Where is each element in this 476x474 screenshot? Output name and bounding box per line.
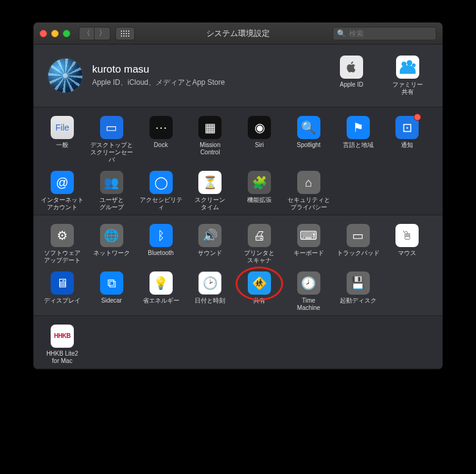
pref-family-sharing[interactable]: ファミリー 共有 [386,56,429,96]
energy-saver-label: 省エネルギー [143,297,179,312]
software-update-label: ソフトウェア アップデート [44,250,81,264]
startup-disk-icon: 💾 [347,271,370,295]
back-button[interactable]: 〈 [79,27,95,40]
search-icon: 🔍 [337,29,346,38]
notification-badge [414,113,421,121]
users-groups-icon: 👥 [100,171,123,194]
spotlight-label: Spotlight [297,142,320,156]
hhkb-lite2-icon: HHKB [51,325,74,348]
svg-point-1 [407,60,413,66]
pref-hhkb-lite2[interactable]: HHKBHHKB Lite2 for Mac [41,325,84,365]
printers-scanners-icon: 🖨 [248,224,271,247]
security-privacy-icon: ⌂ [297,171,320,194]
pref-accessibility[interactable]: ◯アクセシビリティ [140,171,182,211]
pref-mission-control[interactable]: ▦Mission Control [189,116,231,163]
pref-sharing[interactable]: 🚸共有 [238,271,281,312]
mouse-icon: 🖱 [395,224,419,247]
standard-prefs-2: ⚙ソフトウェア アップデート🌐ネットワークᛒBluetooth🔊サウンド🖨プリン… [34,215,442,316]
pref-displays[interactable]: 🖥ディスプレイ [41,271,84,312]
hhkb-lite2-label: HHKB Lite2 for Mac [46,350,78,365]
grid-icon [120,30,130,37]
close-window-button[interactable] [40,30,47,37]
pref-desktop[interactable]: ▭デスクトップと スクリーンセーバ [90,116,133,163]
pref-dock[interactable]: ⋯Dock [140,116,182,163]
sidecar-label: Sidecar [101,297,122,312]
pref-language-region[interactable]: ⚑言語と地域 [337,116,380,163]
mission-control-label: Mission Control [200,142,220,156]
internet-accounts-label: インターネット アカウント [41,196,84,211]
pref-users-groups[interactable]: 👥ユーザと グループ [90,171,133,211]
sidecar-icon: ⧉ [100,271,123,295]
trackpad-label: トラックパッド [337,250,380,264]
system-preferences-window: 〈 〉 システム環境設定 🔍 kuroto masu Apple ID、iClo… [33,22,443,370]
bluetooth-icon: ᛒ [150,224,173,247]
displays-icon: 🖥 [51,271,74,295]
search-input[interactable] [349,29,441,38]
pref-startup-disk[interactable]: 💾起動ディスク [337,271,380,312]
zoom-window-button[interactable] [63,30,70,37]
startup-disk-label: 起動ディスク [340,297,377,312]
pref-apple-id[interactable]: Apple ID [330,56,373,96]
pref-spotlight[interactable]: 🔍Spotlight [287,116,330,163]
users-groups-label: ユーザと グループ [99,196,124,211]
pref-energy-saver[interactable]: 💡省エネルギー [140,271,182,312]
pref-time-machine[interactable]: 🕗Time Machine [287,271,330,312]
pref-general[interactable]: File一般 [41,116,84,163]
security-privacy-label: セキュリティと プライバシー [287,196,330,211]
user-meta: kuroto masu Apple ID、iCloud、メディアとApp Sto… [92,63,330,88]
pref-screen-time[interactable]: ⏳スクリーン タイム [189,171,231,211]
mission-control-icon: ▦ [198,116,222,139]
pref-trackpad[interactable]: ▭トラックパッド [337,224,380,264]
keyboard-icon: ⌨ [297,224,320,247]
pref-notifications[interactable]: ⊡通知 [386,116,428,163]
screen-time-label: スクリーン タイム [195,196,225,211]
language-region-label: 言語と地域 [343,142,373,156]
dock-label: Dock [154,142,168,156]
pref-internet-accounts[interactable]: @インターネット アカウント [41,171,84,211]
pref-siri[interactable]: ◉Siri [238,116,281,163]
spotlight-icon: 🔍 [297,116,320,139]
pref-sidecar[interactable]: ⧉Sidecar [90,271,133,312]
pref-network[interactable]: 🌐ネットワーク [90,224,133,264]
siri-icon: ◉ [248,116,271,139]
search-field[interactable]: 🔍 [333,27,436,40]
network-label: ネットワーク [93,250,130,264]
minimize-window-button[interactable] [51,30,59,37]
nav-buttons: 〈 〉 [79,27,110,40]
general-icon: File [51,116,74,139]
displays-label: ディスプレイ [44,297,81,312]
notifications-label: 通知 [401,142,413,156]
network-icon: 🌐 [100,224,123,247]
pref-bluetooth[interactable]: ᛒBluetooth [140,224,182,264]
pref-extensions[interactable]: 🧩機能拡張 [238,171,281,211]
forward-button[interactable]: 〉 [95,27,110,40]
user-subtitle: Apple ID、iCloud、メディアとApp Store [92,77,330,88]
extensions-icon: 🧩 [248,171,271,194]
printers-scanners-label: プリンタと スキャナ [244,250,275,264]
notifications-icon: ⊡ [395,116,419,139]
siri-label: Siri [255,142,264,156]
pref-software-update[interactable]: ⚙ソフトウェア アップデート [41,224,84,264]
pref-date-time[interactable]: 🕑日付と時刻 [189,271,231,312]
third-party-prefs: HHKBHHKB Lite2 for Mac [34,316,442,369]
account-header: kuroto masu Apple ID、iCloud、メディアとApp Sto… [34,45,442,107]
apple-id-label: Apple ID [340,81,363,96]
software-update-icon: ⚙ [51,224,74,247]
titlebar: 〈 〉 システム環境設定 🔍 [34,23,442,45]
sharing-label: 共有 [253,297,265,312]
pref-security-privacy[interactable]: ⌂セキュリティと プライバシー [287,171,330,211]
date-time-label: 日付と時刻 [195,297,225,312]
show-all-button[interactable] [115,27,135,40]
pref-printers-scanners[interactable]: 🖨プリンタと スキャナ [238,224,281,264]
pref-sound[interactable]: 🔊サウンド [189,224,231,264]
sound-label: サウンド [198,250,222,264]
accessibility-label: アクセシビリティ [140,196,182,211]
dock-icon: ⋯ [150,116,173,139]
date-time-icon: 🕑 [198,271,222,295]
pref-keyboard[interactable]: ⌨キーボード [287,224,330,264]
apple-id-icon [340,56,363,79]
desktop-icon: ▭ [100,116,123,139]
user-avatar[interactable] [47,57,84,94]
pref-mouse[interactable]: 🖱マウス [386,224,428,264]
internet-accounts-icon: @ [51,171,74,194]
